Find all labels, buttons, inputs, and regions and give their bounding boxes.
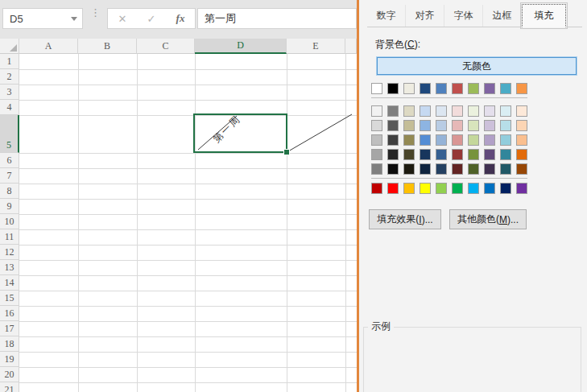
- row-header-11[interactable]: 11: [0, 229, 19, 245]
- color-swatch-D8E4BC[interactable]: [468, 120, 479, 131]
- color-swatch-494429[interactable]: [403, 149, 415, 160]
- row-header-8[interactable]: 8: [0, 184, 19, 199]
- name-box[interactable]: D5: [2, 8, 83, 29]
- enter-icon[interactable]: ✓: [141, 13, 162, 25]
- color-swatch-366092[interactable]: [436, 149, 447, 160]
- color-swatch-95B3D7[interactable]: [436, 134, 447, 146]
- row-header-17[interactable]: 17: [0, 321, 19, 336]
- row-header-1[interactable]: 1: [0, 54, 19, 69]
- color-swatch-262626[interactable]: [387, 149, 399, 160]
- tab-字体[interactable]: 字体: [444, 5, 483, 27]
- color-swatch-FFFF00[interactable]: [420, 183, 431, 194]
- row-header-16[interactable]: 16: [0, 306, 19, 321]
- selection-fill-handle[interactable]: [283, 149, 290, 155]
- column-header-C[interactable]: C: [137, 39, 195, 54]
- color-swatch-A6A6A6[interactable]: [371, 149, 382, 160]
- column-header-clipped[interactable]: [345, 39, 357, 54]
- color-swatch-0F243E[interactable]: [420, 163, 431, 175]
- no-color-button[interactable]: 无颜色: [377, 57, 577, 75]
- color-swatch-403151[interactable]: [484, 163, 495, 175]
- color-swatch-953735[interactable]: [452, 149, 463, 160]
- color-swatch-00B050[interactable]: [452, 183, 463, 194]
- row-header-15[interactable]: 15: [0, 291, 19, 306]
- color-swatch-938953[interactable]: [403, 134, 415, 146]
- name-box-dropdown-icon[interactable]: [71, 17, 77, 21]
- row-header-6[interactable]: 6: [0, 153, 19, 168]
- color-swatch-FFC000[interactable]: [403, 183, 415, 194]
- row-header-14[interactable]: 14: [0, 275, 19, 291]
- color-swatch-C00000[interactable]: [371, 183, 382, 194]
- color-swatch-808080[interactable]: [371, 163, 382, 175]
- color-swatch-DCE6F1[interactable]: [436, 105, 447, 117]
- color-swatch-0070C0[interactable]: [484, 183, 495, 194]
- color-swatch-B8CCE4[interactable]: [436, 120, 447, 131]
- color-swatch-FDE9D9[interactable]: [516, 105, 527, 117]
- insert-function-icon[interactable]: fx: [170, 12, 191, 25]
- color-swatch-FF0000[interactable]: [387, 183, 399, 194]
- color-swatch-92D050[interactable]: [436, 183, 447, 194]
- row-header-19[interactable]: 19: [0, 352, 19, 367]
- row-header-18[interactable]: 18: [0, 336, 19, 352]
- spreadsheet-grid[interactable]: ABCDE 123456789101112131415161718192021 …: [0, 39, 357, 392]
- color-swatch-EEECE1[interactable]: [403, 83, 415, 94]
- color-swatch-E26B0A[interactable]: [516, 149, 527, 160]
- color-swatch-E4DFEC[interactable]: [484, 105, 495, 117]
- row-header-21[interactable]: 21: [0, 382, 19, 392]
- column-header-B[interactable]: B: [78, 39, 137, 54]
- color-swatch-595959[interactable]: [387, 120, 399, 131]
- color-swatch-BFBFBF[interactable]: [371, 134, 382, 146]
- color-swatch-404040[interactable]: [387, 134, 399, 146]
- color-swatch-00B0F0[interactable]: [468, 183, 479, 194]
- tab-填充[interactable]: 填充: [522, 4, 566, 27]
- row-header-20[interactable]: 20: [0, 367, 19, 382]
- color-swatch-8064A2[interactable]: [484, 83, 495, 94]
- color-swatch-215967[interactable]: [500, 163, 511, 175]
- color-swatch-B1A0C7[interactable]: [484, 134, 495, 146]
- row-header-5[interactable]: 5: [0, 115, 19, 153]
- select-all-corner[interactable]: [0, 39, 19, 54]
- color-swatch-B7DEE8[interactable]: [500, 120, 511, 131]
- color-swatch-7F7F7F[interactable]: [387, 105, 399, 117]
- color-swatch-D9D9D9[interactable]: [371, 120, 382, 131]
- color-swatch-C6D9F1[interactable]: [420, 105, 431, 117]
- color-swatch-7030A0[interactable]: [516, 183, 527, 194]
- cancel-icon[interactable]: ✕: [112, 13, 133, 25]
- row-header-9[interactable]: 9: [0, 199, 19, 214]
- color-swatch-D99694[interactable]: [452, 134, 463, 146]
- column-header-A[interactable]: A: [19, 39, 78, 54]
- tab-数字[interactable]: 数字: [367, 5, 406, 27]
- color-swatch-DDD9C3[interactable]: [403, 105, 415, 117]
- formula-input[interactable]: 第一周: [197, 8, 357, 29]
- color-swatch-60497A[interactable]: [484, 149, 495, 160]
- color-swatch-C4BD97[interactable]: [403, 120, 415, 131]
- color-swatch-F2F2F2[interactable]: [371, 105, 382, 117]
- color-swatch-77933C[interactable]: [468, 149, 479, 160]
- color-swatch-17365D[interactable]: [420, 149, 431, 160]
- color-swatch-8DB4E2[interactable]: [420, 120, 431, 131]
- row-header-3[interactable]: 3: [0, 85, 19, 100]
- color-swatch-E6B8B7[interactable]: [452, 120, 463, 131]
- color-swatch-31869B[interactable]: [500, 149, 511, 160]
- color-swatch-632423[interactable]: [452, 163, 463, 175]
- color-swatch-C0504D[interactable]: [452, 83, 463, 94]
- color-swatch-000000[interactable]: [387, 83, 399, 94]
- color-swatch-FFFFFF[interactable]: [371, 83, 382, 94]
- color-swatch-0D0D0D[interactable]: [387, 163, 399, 175]
- color-swatch-9BBB59[interactable]: [468, 83, 479, 94]
- color-swatch-244061[interactable]: [436, 163, 447, 175]
- color-swatch-4F81BD[interactable]: [436, 83, 447, 94]
- row-header-2[interactable]: 2: [0, 69, 19, 85]
- color-swatch-C4D79B[interactable]: [468, 134, 479, 146]
- row-header-7[interactable]: 7: [0, 168, 19, 184]
- color-swatch-4F6228[interactable]: [468, 163, 479, 175]
- color-swatch-FCD5B4[interactable]: [516, 120, 527, 131]
- color-swatch-4BACC6[interactable]: [500, 83, 511, 94]
- row-header-4[interactable]: 4: [0, 100, 19, 115]
- formula-bar-drag-handle[interactable]: ⋮: [90, 10, 95, 15]
- color-swatch-CCC0DA[interactable]: [484, 120, 495, 131]
- color-swatch-1F497D[interactable]: [420, 83, 431, 94]
- more-colors-button[interactable]: 其他颜色(M)...: [449, 209, 527, 229]
- fill-effects-button[interactable]: 填充效果(I)...: [369, 209, 441, 229]
- color-swatch-FABF8F[interactable]: [516, 134, 527, 146]
- tab-对齐[interactable]: 对齐: [406, 5, 444, 27]
